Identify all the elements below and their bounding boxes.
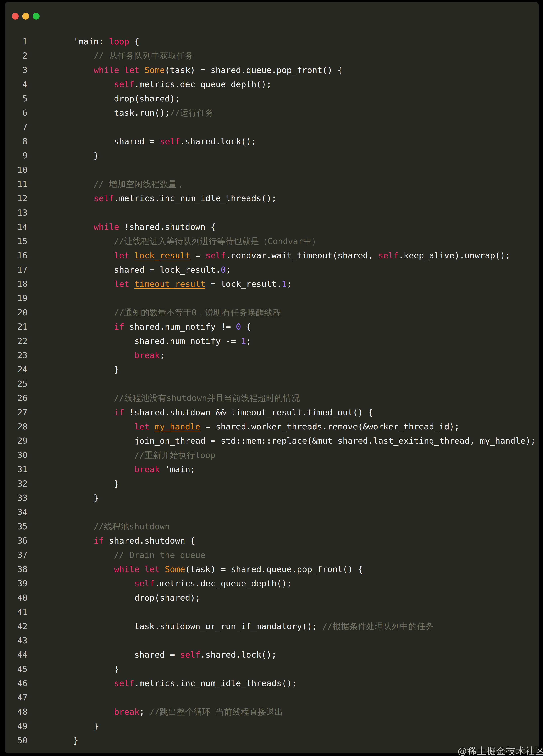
line-number: 42: [5, 619, 27, 633]
line-number: 29: [5, 434, 27, 448]
code-line: 29 join_on_thread = std::mem::replace(&m…: [5, 434, 539, 448]
editor-window: 1 'main: loop {2 // 从任务队列中获取任务3 while le…: [5, 2, 539, 753]
line-number: 14: [5, 220, 27, 234]
code-line: 21 if shared.num_notify != 0 {: [5, 320, 539, 334]
watermark: @稀土掘金技术社区: [458, 745, 543, 756]
code-text: //让线程进入等待队列进行等待也就是（Condvar中）: [33, 234, 320, 248]
line-number: 16: [5, 248, 27, 262]
code-line: 7: [5, 120, 539, 134]
code-line: 15 //让线程进入等待队列进行等待也就是（Condvar中）: [5, 234, 539, 248]
code-line: 1 'main: loop {: [5, 34, 539, 48]
line-number: 1: [5, 34, 27, 48]
code-line: 28 let my_handle = shared.worker_threads…: [5, 419, 539, 434]
code-line: 43: [5, 633, 539, 648]
code-text: if !shared.shutdown && timeout_result.ti…: [33, 405, 373, 419]
line-number: 21: [5, 320, 27, 334]
code-editor[interactable]: 1 'main: loop {2 // 从任务队列中获取任务3 while le…: [5, 34, 539, 747]
code-line: 17 shared = lock_result.0;: [5, 263, 539, 277]
code-text: }: [33, 491, 99, 505]
code-line: 14 while !shared.shutdown {: [5, 220, 539, 234]
line-number: 40: [5, 591, 27, 605]
code-line: 35 //线程池shutdown: [5, 519, 539, 533]
line-number: 28: [5, 419, 27, 434]
code-line: 32 }: [5, 477, 539, 491]
line-number: 23: [5, 348, 27, 362]
code-line: 33 }: [5, 491, 539, 505]
line-number: 24: [5, 362, 27, 376]
code-line: 3 while let Some(task) = shared.queue.po…: [5, 63, 539, 77]
code-text: }: [33, 477, 119, 491]
line-number: 13: [5, 205, 27, 220]
line-number: 37: [5, 548, 27, 562]
line-number: 22: [5, 334, 27, 348]
line-number: 4: [5, 77, 27, 91]
code-text: // 从任务队列中获取任务: [33, 48, 193, 63]
code-line: 41: [5, 605, 539, 619]
code-line: 19: [5, 291, 539, 305]
code-line: 36 if shared.shutdown {: [5, 533, 539, 548]
line-number: 50: [5, 733, 27, 747]
line-number: 9: [5, 148, 27, 163]
code-line: 44 shared = self.shared.lock();: [5, 648, 539, 662]
code-line: 46 self.metrics.inc_num_idle_threads();: [5, 676, 539, 690]
code-text: while let Some(task) = shared.queue.pop_…: [33, 562, 363, 576]
code-line: 39 self.metrics.dec_queue_depth();: [5, 576, 539, 590]
code-text: drop(shared);: [33, 591, 200, 605]
close-button[interactable]: [12, 13, 19, 20]
code-line: 12 self.metrics.inc_num_idle_threads();: [5, 191, 539, 205]
code-line: 4 self.metrics.dec_queue_depth();: [5, 77, 539, 91]
zoom-button[interactable]: [33, 13, 40, 20]
code-text: shared = lock_result.0;: [33, 263, 231, 277]
line-number: 41: [5, 605, 27, 619]
code-text: // Drain the queue: [33, 548, 205, 562]
line-number: 2: [5, 48, 27, 63]
code-line: 6 task.run();//运行任务: [5, 106, 539, 120]
screenshot-page: 1 'main: loop {2 // 从任务队列中获取任务3 while le…: [0, 0, 543, 756]
line-number: 36: [5, 533, 27, 548]
line-number: 39: [5, 576, 27, 590]
code-line: 11 // 增加空闲线程数量，: [5, 177, 539, 191]
line-number: 38: [5, 562, 27, 576]
code-line: 25: [5, 377, 539, 391]
code-line: 20 //通知的数量不等于0，说明有任务唤醒线程: [5, 305, 539, 320]
code-text: while !shared.shutdown {: [33, 220, 216, 234]
code-text: //线程池shutdown: [33, 519, 170, 533]
code-line: 37 // Drain the queue: [5, 548, 539, 562]
code-text: if shared.num_notify != 0 {: [33, 320, 251, 334]
code-line: 2 // 从任务队列中获取任务: [5, 48, 539, 63]
code-text: break 'main;: [33, 462, 195, 476]
code-line: 18 let timeout_result = lock_result.1;: [5, 277, 539, 291]
line-number: 17: [5, 263, 27, 277]
line-number: 20: [5, 305, 27, 320]
code-text: self.metrics.inc_num_idle_threads();: [33, 191, 277, 205]
line-number: 6: [5, 106, 27, 120]
code-line: 40 drop(shared);: [5, 591, 539, 605]
code-line: 48 break; //跳出整个循环 当前线程直接退出: [5, 705, 539, 719]
code-line: 47: [5, 690, 539, 705]
line-number: 48: [5, 705, 27, 719]
code-line: 49 }: [5, 719, 539, 733]
code-text: //线程池没有shutdown并且当前线程超时的情况: [33, 391, 300, 405]
line-number: 8: [5, 134, 27, 148]
line-number: 18: [5, 277, 27, 291]
code-line: 34: [5, 505, 539, 519]
code-text: drop(shared);: [33, 91, 180, 106]
code-line: 30 //重新开始执行loop: [5, 448, 539, 462]
minimize-button[interactable]: [22, 13, 29, 20]
line-number: 32: [5, 477, 27, 491]
code-text: self.metrics.dec_queue_depth();: [33, 77, 271, 91]
line-number: 30: [5, 448, 27, 462]
code-text: }: [33, 719, 99, 733]
code-line: 31 break 'main;: [5, 462, 539, 476]
code-text: self.metrics.dec_queue_depth();: [33, 576, 292, 590]
line-number: 46: [5, 676, 27, 690]
line-number: 10: [5, 163, 27, 177]
code-line: 42 task.shutdown_or_run_if_mandatory(); …: [5, 619, 539, 633]
line-number: 34: [5, 505, 27, 519]
window-titlebar: [12, 13, 40, 20]
code-text: break; //跳出整个循环 当前线程直接退出: [33, 705, 283, 719]
line-number: 11: [5, 177, 27, 191]
code-text: let my_handle = shared.worker_threads.re…: [33, 419, 460, 434]
code-text: //重新开始执行loop: [33, 448, 215, 462]
line-number: 7: [5, 120, 27, 134]
